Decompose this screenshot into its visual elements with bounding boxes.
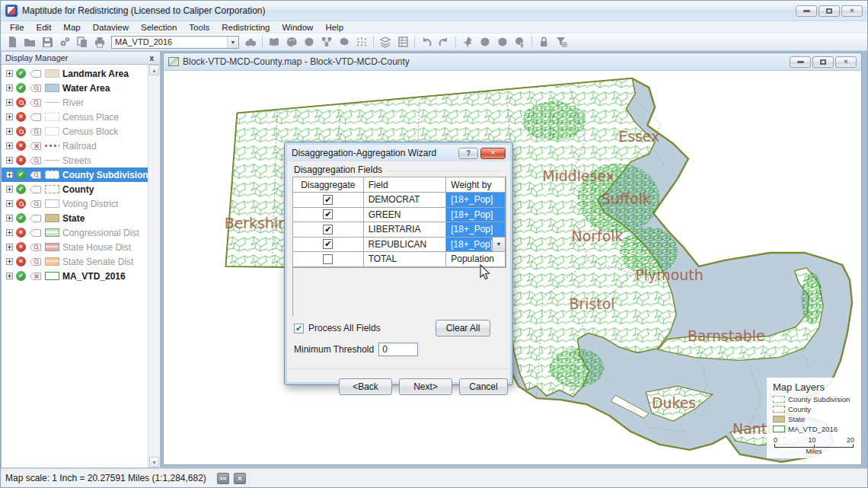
layer-row-state[interactable]: ✔State	[2, 211, 148, 225]
map-legend[interactable]: Map Layers County SubdivisionCountyState…	[767, 378, 860, 458]
layer-style-swatch[interactable]	[45, 127, 59, 136]
menu-edit[interactable]: Edit	[30, 23, 58, 32]
layer-style-swatch[interactable]	[45, 84, 59, 92]
layer-hidden-icon[interactable]: ×	[16, 257, 26, 266]
field-name-cell[interactable]: REPUBLICAN	[364, 238, 446, 253]
layer-label[interactable]: State Senate Dist	[62, 257, 133, 267]
panel-close-icon[interactable]: x	[147, 54, 156, 62]
layer-label[interactable]: Voting District	[62, 199, 118, 209]
layer-style-swatch[interactable]	[45, 257, 59, 266]
label-tag-icon[interactable]	[29, 214, 42, 223]
layer-row-landmark-area[interactable]: ✔Landmark Area	[2, 66, 148, 81]
layer-row-streets[interactable]: ×Streets	[2, 153, 148, 167]
label-tag-icon[interactable]	[29, 243, 42, 252]
menu-selection[interactable]: Selection	[135, 23, 183, 32]
polygon-blob-icon[interactable]	[336, 34, 353, 49]
layer-style-swatch[interactable]	[45, 185, 59, 193]
layer-visible-icon[interactable]: ✔	[16, 184, 26, 194]
layer-visible-icon[interactable]: ✔	[16, 271, 26, 281]
open-folder-icon[interactable]	[21, 34, 38, 49]
expand-icon[interactable]	[6, 113, 13, 120]
statusbar-expand-button[interactable]: >>	[217, 473, 229, 484]
label-tag-icon[interactable]	[29, 156, 42, 165]
layer-style-swatch[interactable]	[45, 69, 59, 78]
layer-style-swatch[interactable]	[45, 113, 59, 121]
label-tag-icon[interactable]	[29, 127, 42, 136]
label-tag-icon[interactable]	[29, 199, 42, 209]
weight-dropdown-icon[interactable]: ▼	[492, 238, 505, 252]
combo-dropdown-icon[interactable]: ▼	[227, 37, 238, 48]
layer-style-swatch[interactable]	[45, 228, 59, 237]
label-tag-icon[interactable]	[29, 185, 42, 194]
pushpin-icon[interactable]	[459, 34, 476, 49]
label-tag-icon[interactable]	[29, 98, 42, 107]
expand-icon[interactable]	[6, 157, 13, 164]
layer-visible-icon[interactable]: ✔	[16, 170, 26, 180]
layer-label[interactable]: Census Block	[62, 126, 118, 137]
scroll-up-icon[interactable]: ▲	[149, 65, 159, 75]
weight-by-cell[interactable]: [18+_Pop]	[446, 222, 506, 238]
layer-label[interactable]: Landmark Area	[62, 69, 129, 79]
layer-style-swatch[interactable]	[45, 243, 59, 251]
redo-icon[interactable]	[436, 34, 452, 49]
expand-icon[interactable]	[6, 200, 13, 207]
layer-label[interactable]: Census Place	[62, 112, 119, 123]
layer-row-ma-vtd-2016[interactable]: ✔MA_VTD_2016	[2, 269, 148, 283]
expand-icon[interactable]	[6, 128, 13, 135]
menu-file[interactable]: File	[4, 23, 30, 32]
weight-by-cell[interactable]: [18+_Pop]▼	[446, 238, 506, 253]
cluster-diagram-icon[interactable]	[318, 34, 335, 49]
map-minimize-button[interactable]	[790, 56, 811, 68]
label-tag-icon[interactable]	[29, 84, 42, 93]
layer-label[interactable]: State	[62, 213, 85, 224]
save-icon[interactable]	[39, 34, 56, 49]
label-tag-icon[interactable]	[29, 171, 42, 180]
field-name-cell[interactable]: DEMOCRAT	[364, 193, 447, 208]
layer-row-county-subdivision[interactable]: ✔County Subdivision	[2, 167, 148, 182]
process-all-checkbox[interactable]: ✔	[294, 324, 304, 333]
disaggregate-checkbox[interactable]: ✔	[323, 209, 333, 219]
map-close-button[interactable]: ×	[835, 56, 857, 68]
new-document-icon[interactable]	[4, 34, 21, 49]
layer-row-railroad[interactable]: ×Railroad	[2, 139, 148, 153]
layer-row-census-place[interactable]: ×Census Place	[2, 110, 148, 124]
layer-hidden-icon[interactable]: ×	[16, 155, 26, 165]
field-name-cell[interactable]: TOTAL	[364, 252, 447, 267]
expand-icon[interactable]	[6, 229, 13, 236]
minimize-button[interactable]	[796, 5, 817, 17]
field-name-cell[interactable]: GREEN	[364, 208, 447, 223]
layer-row-voting-district[interactable]: Voting District	[2, 196, 148, 211]
label-tag-icon[interactable]	[29, 69, 42, 78]
expand-icon[interactable]	[6, 171, 13, 178]
weight-by-cell[interactable]: Population	[446, 252, 506, 267]
expand-icon[interactable]	[6, 273, 13, 279]
expand-icon[interactable]	[6, 258, 13, 265]
layer-label[interactable]: County Subdivision	[62, 170, 148, 180]
label-tag-icon[interactable]	[29, 257, 42, 266]
expand-icon[interactable]	[6, 244, 13, 250]
expand-icon[interactable]	[6, 142, 13, 149]
layer-row-river[interactable]: River	[2, 95, 148, 110]
menu-redistricting[interactable]: Redistricting	[215, 23, 276, 32]
settings-gears-icon[interactable]	[56, 34, 73, 49]
statusbar-close-button[interactable]: X	[234, 473, 246, 484]
layer-row-census-block[interactable]: Census Block	[2, 124, 148, 139]
label-tag-icon[interactable]	[29, 113, 42, 122]
layer-style-swatch[interactable]	[45, 199, 59, 208]
maximize-button[interactable]	[819, 5, 840, 17]
duplicate-icon[interactable]	[74, 34, 91, 49]
expand-icon[interactable]	[6, 186, 13, 193]
selection-circle-icon[interactable]	[477, 34, 493, 49]
layer-hidden-icon[interactable]: ×	[16, 242, 26, 252]
layer-label[interactable]: Streets	[62, 155, 91, 166]
layer-list-scrollbar[interactable]: ▲ ▼	[148, 65, 160, 467]
dialog-close-button[interactable]: ✕	[480, 148, 506, 159]
layer-row-state-senate-dist[interactable]: ×State Senate Dist	[2, 254, 148, 269]
menu-window[interactable]: Window	[276, 23, 320, 32]
layer-visible-icon[interactable]: ✔	[16, 83, 26, 93]
layer-scale-icon[interactable]	[16, 97, 26, 107]
filter-grid-icon[interactable]	[553, 34, 570, 49]
expand-icon[interactable]	[6, 215, 13, 222]
scroll-down-icon[interactable]: ▼	[149, 457, 159, 467]
next-button[interactable]: Next>	[399, 378, 452, 395]
